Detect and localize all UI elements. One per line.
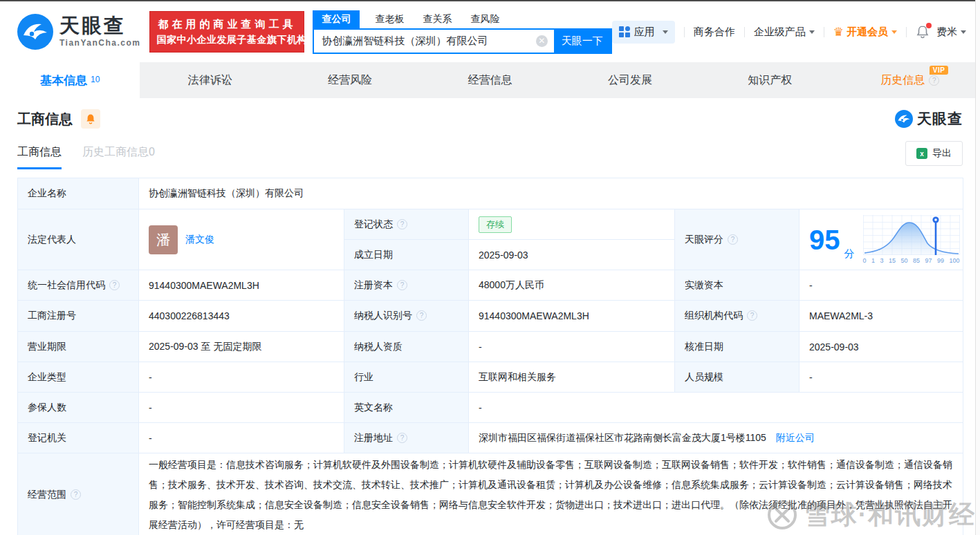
field-value: 2025-09-03 — [799, 332, 963, 362]
field-label: 组织机构代码? — [675, 301, 799, 332]
export-button[interactable]: x 导出 — [905, 141, 963, 166]
subtab-history-business-info[interactable]: 历史工商信息0 — [82, 145, 155, 169]
search-input[interactable] — [314, 30, 553, 53]
search-button[interactable]: 天眼一下 — [554, 30, 611, 53]
scrollbar[interactable] — [975, 0, 980, 535]
help-icon[interactable]: ? — [747, 310, 757, 321]
divider — [906, 27, 907, 37]
slogan-line2: 国家中小企业发展子基金旗下机构 — [156, 32, 297, 47]
field-label: 经营范围? — [18, 453, 139, 535]
field-label: 天眼评分? — [675, 209, 799, 270]
tab-legal-proceedings[interactable]: 法律诉讼 — [140, 62, 279, 98]
help-icon[interactable]: ? — [416, 310, 427, 321]
field-label: 人员规模 — [675, 362, 799, 393]
score-value: 95 — [809, 226, 840, 254]
search-tab-boss[interactable]: 查老板 — [375, 10, 404, 28]
clear-search-icon[interactable]: ✕ — [536, 35, 548, 47]
tab-operating-risk[interactable]: 经营风险 — [280, 62, 420, 98]
help-icon[interactable]: ? — [109, 280, 120, 290]
business-info-table: 企业名称 协创瀛洲智链科技（深圳）有限公司 法定代表人 潘 潘文俊 登记状态? … — [17, 178, 963, 535]
help-icon[interactable]: ? — [71, 489, 81, 500]
tab-history-info[interactable]: VIP 历史信息 ? — [840, 62, 980, 98]
field-value: - — [139, 423, 344, 453]
field-label: 注册地址? — [344, 423, 469, 453]
search-tab-relation[interactable]: 查关系 — [423, 10, 452, 28]
field-value: - — [139, 362, 344, 393]
help-icon[interactable]: ? — [929, 75, 939, 86]
score-distribution-chart: 01 315 5085 9799 100 — [863, 215, 960, 264]
field-value: 2025-09-03 — [469, 240, 675, 270]
field-value: MAEWA2ML-3 — [799, 301, 963, 332]
field-value: 48000万人民币 — [469, 270, 675, 301]
nav-open-vip[interactable]: ♛ 开通会员 — [833, 25, 897, 39]
field-label: 登记机关 — [18, 423, 139, 453]
tab-count-badge: 10 — [91, 75, 100, 84]
search-tabs: 查公司 查老板 查关系 查风险 — [313, 10, 611, 28]
table-row: 企业名称 协创瀛洲智链科技（深圳）有限公司 — [18, 178, 963, 209]
help-icon[interactable]: ? — [397, 280, 407, 290]
table-row: 工商注册号 440300226813443 纳税人识别号? 91440300MA… — [18, 301, 963, 332]
field-value: 440300226813443 — [139, 301, 344, 332]
nav-enterprise-products[interactable]: 企业级产品 — [754, 26, 815, 39]
notification-dot — [926, 23, 932, 28]
logo-domain: TianYanCha.com — [59, 38, 140, 48]
tab-intellectual-property[interactable]: 知识产权 — [700, 62, 840, 98]
nav-business-cooperation[interactable]: 商务合作 — [694, 26, 735, 39]
field-label: 纳税人识别号? — [344, 301, 469, 332]
field-label: 统一社会信用代码? — [18, 270, 139, 301]
search-tab-company[interactable]: 查公司 — [313, 10, 360, 28]
help-icon[interactable]: ? — [397, 433, 407, 443]
nav-user-menu[interactable]: 费米 — [936, 26, 966, 39]
field-label: 纳税人资质 — [344, 332, 469, 362]
table-row: 参保人数 - 英文名称 - — [18, 393, 963, 423]
tab-operating-info[interactable]: 经营信息 — [420, 62, 560, 98]
field-value: 91440300MAEWA2ML3H — [139, 270, 344, 301]
field-value: 2025-09-03 至 无固定期限 — [139, 332, 344, 362]
field-label: 参保人数 — [18, 393, 139, 423]
tianyan-score[interactable]: 95 分 — [809, 215, 953, 264]
tianyancha-watermark-logo: 天眼查 — [895, 109, 963, 129]
field-label: 登记状态? — [344, 209, 469, 240]
table-row: 法定代表人 潘 潘文俊 登记状态? 存续 天眼评分? 95 分 — [18, 209, 963, 240]
chevron-down-icon — [961, 30, 966, 34]
field-value: - — [139, 393, 344, 423]
chevron-down-icon — [809, 30, 815, 34]
avatar: 潘 — [149, 225, 178, 254]
table-row: 企业类型 - 行业 互联网和相关服务 人员规模 - — [18, 362, 963, 393]
vip-badge: VIP — [930, 66, 949, 75]
tab-basic-info[interactable]: 基本信息 10 — [0, 62, 140, 98]
nearby-companies-link[interactable]: 附近公司 — [776, 432, 815, 443]
status-badge: 存续 — [479, 216, 512, 233]
table-row: 统一社会信用代码? 91440300MAEWA2ML3H 注册资本? 48000… — [18, 270, 963, 301]
divider — [824, 27, 824, 37]
section-title: 工商信息 — [17, 110, 73, 129]
field-label: 实缴资本 — [675, 270, 799, 301]
field-value: - — [469, 393, 963, 423]
field-label: 工商注册号 — [18, 301, 139, 332]
field-label: 注册资本? — [344, 270, 469, 301]
search-module: 查公司 查老板 查关系 查风险 ✕ 天眼一下 — [313, 10, 611, 54]
business-scope-text: 一般经营项目是：信息技术咨询服务；计算机软硬件及外围设备制造；计算机软硬件及辅助… — [139, 453, 963, 535]
apps-grid-icon — [619, 26, 630, 37]
field-value: 互联网和相关服务 — [469, 362, 675, 393]
field-label: 法定代表人 — [18, 209, 139, 270]
legal-representative-link[interactable]: 潘文俊 — [185, 234, 214, 246]
username: 费米 — [936, 26, 957, 39]
nav-apps[interactable]: 应用 — [612, 21, 675, 44]
help-icon[interactable]: ? — [397, 219, 407, 229]
tianyancha-logo[interactable]: 天眼查 TianYanCha.com — [17, 14, 140, 50]
notification-bell-icon[interactable] — [916, 25, 930, 39]
table-row: 登记机关 - 注册地址? 深圳市福田区福保街道福保社区市花路南侧长富金茂大厦1号… — [18, 423, 963, 453]
help-icon[interactable]: ? — [728, 234, 738, 245]
logo-title: 天眼查 — [59, 16, 140, 36]
table-row: 经营范围? 一般经营项目是：信息技术咨询服务；计算机软硬件及外围设备制造；计算机… — [18, 453, 963, 535]
subtab-business-info[interactable]: 工商信息 — [17, 145, 62, 169]
tab-company-development[interactable]: 公司发展 — [560, 62, 700, 98]
field-label: 行业 — [344, 362, 469, 393]
field-value: 91440300MAEWA2ML3H — [469, 301, 675, 332]
search-tab-risk[interactable]: 查风险 — [470, 10, 499, 28]
divider — [744, 27, 745, 37]
score-axis-labels: 01 315 5085 9799 100 — [863, 258, 960, 264]
subscribe-bell-icon[interactable] — [81, 109, 100, 129]
field-label: 企业名称 — [18, 178, 139, 209]
